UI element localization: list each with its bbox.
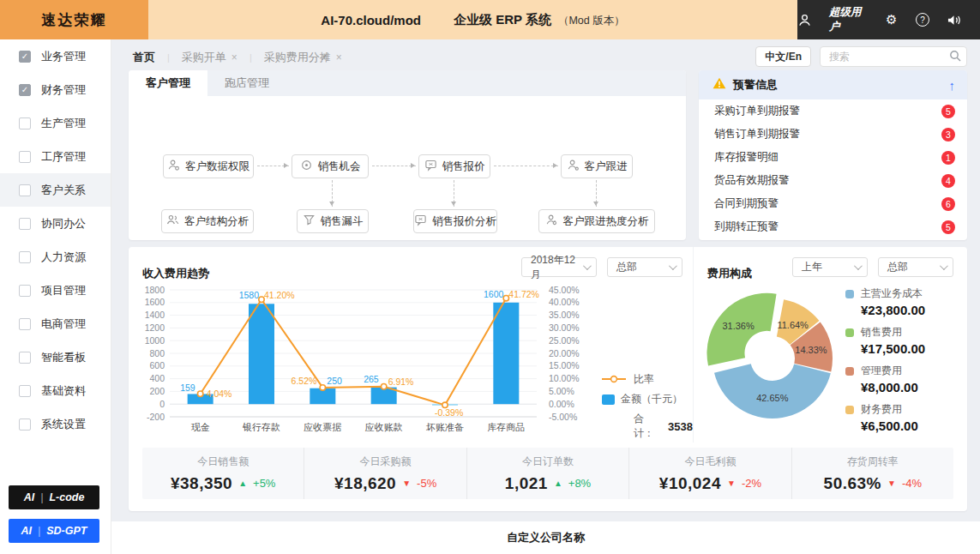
ai-sdgpt-badge[interactable]: AI | SD-GPT	[9, 519, 99, 543]
sidebar-item[interactable]: 生产管理	[0, 106, 111, 140]
checkbox-icon[interactable]	[19, 184, 31, 196]
checkbox-icon[interactable]: ✓	[19, 51, 31, 63]
donut-legend-name-row: 财务费用	[845, 402, 925, 417]
badge-divider: |	[40, 491, 43, 503]
separator: |	[167, 52, 170, 63]
svg-text:坏账准备: 坏账准备	[425, 422, 464, 432]
user-icon[interactable]	[797, 12, 812, 27]
donut-legend-name-row: 主营业务成本	[845, 286, 925, 301]
svg-text:1600: 1600	[145, 297, 165, 307]
donut-legend-item: 销售费用¥17,500.00	[845, 325, 925, 356]
workflow-node[interactable]: 客户跟进	[561, 154, 633, 178]
help-icon[interactable]: ?	[916, 12, 929, 27]
sidebar-item[interactable]: 工序管理	[0, 140, 111, 173]
settings-gear-icon[interactable]: ⚙	[885, 12, 899, 27]
alert-item[interactable]: 货品有效期报警4	[699, 169, 967, 192]
sidebar-item[interactable]: 智能看板	[0, 340, 111, 374]
checkbox-icon[interactable]	[19, 251, 31, 263]
stat-value: ¥38,350	[171, 474, 232, 493]
sidebar-item[interactable]: 人力资源	[0, 240, 111, 274]
org-select[interactable]: 总部	[607, 257, 682, 277]
org-select[interactable]: 总部	[878, 257, 953, 277]
sidebar-item[interactable]: 项目管理	[0, 274, 111, 307]
breadcrumb-tab[interactable]: 首页	[133, 50, 155, 65]
sidebar-item[interactable]: 系统设置	[0, 407, 111, 441]
sidebar-item-label: 工序管理	[41, 149, 86, 165]
search-icon[interactable]	[949, 50, 961, 65]
period-select[interactable]: 2018年12月	[521, 257, 597, 277]
workflow-node[interactable]: 销售机会	[292, 154, 369, 178]
sidebar-item[interactable]: 客户关系	[0, 173, 111, 207]
svg-text:20.00%: 20.00%	[549, 348, 580, 358]
workflow-tab[interactable]: 客户管理	[129, 70, 207, 96]
donut-legend-name-row: 管理费用	[845, 364, 925, 378]
svg-text:600: 600	[149, 360, 165, 370]
stat-value: ¥18,620	[334, 474, 396, 493]
stat-label: 今日销售额	[197, 455, 249, 469]
stat-value-row: 1,021▲+8%	[505, 474, 591, 493]
checkbox-icon[interactable]	[19, 218, 31, 230]
svg-text:4.04%: 4.04%	[207, 388, 232, 399]
sidebar-item-label: 人力资源	[41, 250, 86, 265]
line-marker-icon	[602, 374, 628, 386]
main-area: 首页|采购开单×|采购费用分摊× 中文/En 客户管理跑店管理 客户数据权限销售…	[111, 39, 980, 554]
sidebar-item[interactable]: 协同办公	[0, 207, 111, 240]
ai-lcode-badge[interactable]: AI | L-code	[9, 485, 99, 509]
checkbox-icon[interactable]	[19, 419, 31, 431]
collapse-up-icon[interactable]: ↑	[949, 78, 956, 93]
checkbox-icon[interactable]	[19, 151, 31, 163]
sound-icon[interactable]	[947, 12, 961, 27]
current-user[interactable]: 超级用户	[829, 5, 868, 34]
workflow-node[interactable]: 客户数据权限	[163, 154, 254, 178]
checkbox-icon[interactable]	[19, 117, 31, 129]
sidebar-item-label: 电商管理	[41, 316, 86, 332]
sidebar-item[interactable]: ✓财务管理	[0, 73, 111, 106]
svg-text:银行存款: 银行存款	[242, 422, 280, 432]
language-toggle-button[interactable]: 中文/En	[755, 46, 811, 67]
donut-legend-label: 管理费用	[861, 364, 902, 378]
workflow-node[interactable]: 客户跟进热度分析	[538, 209, 655, 233]
alert-item[interactable]: 到期转正预警5	[699, 215, 967, 238]
workflow-node[interactable]: 销售报价分析	[413, 209, 497, 233]
app-logo[interactable]: 速达荣耀	[0, 0, 148, 39]
alert-item[interactable]: 库存报警明细1	[699, 146, 967, 169]
workflow-node[interactable]: 销售漏斗	[297, 209, 369, 233]
alert-count-badge: 5	[941, 220, 955, 234]
checkbox-icon[interactable]	[19, 285, 31, 297]
breadcrumb-tab[interactable]: 采购开单×	[182, 50, 237, 65]
donut-legend-label: 财务费用	[861, 402, 902, 417]
stat-delta: -4%	[902, 477, 922, 490]
flow-connector-arrow	[332, 180, 333, 207]
checkbox-icon[interactable]	[19, 318, 31, 330]
alert-item[interactable]: 采购订单到期报警5	[699, 99, 967, 123]
alert-item[interactable]: 销售订单到期报警3	[699, 123, 967, 146]
legend-label: 比率	[634, 372, 654, 387]
checkbox-icon[interactable]: ✓	[19, 84, 31, 96]
svg-text:250: 250	[327, 376, 342, 386]
checkbox-icon[interactable]	[19, 385, 31, 397]
close-icon[interactable]: ×	[336, 51, 342, 63]
svg-text:1400: 1400	[145, 310, 165, 320]
alert-card: 预警信息 ↑ 采购订单到期报警5销售订单到期报警3库存报警明细1货品有效期报警4…	[699, 70, 967, 240]
sidebar-item[interactable]: 基础资料	[0, 374, 111, 407]
workflow-node[interactable]: 客户结构分析	[161, 209, 254, 233]
alert-item-label: 库存报警明细	[714, 150, 941, 165]
checkbox-icon[interactable]	[19, 352, 31, 364]
breadcrumb-tab[interactable]: 采购费用分摊×	[264, 50, 342, 65]
svg-text:1000: 1000	[145, 335, 165, 346]
close-icon[interactable]: ×	[231, 51, 237, 63]
workflow-node-label: 客户跟进	[585, 160, 628, 174]
search-input[interactable]	[820, 46, 967, 67]
workflow-node[interactable]: 销售报价	[418, 154, 490, 178]
badge-prefix: AI	[21, 525, 33, 537]
sidebar-item[interactable]: 电商管理	[0, 307, 111, 340]
funnel-icon	[303, 214, 316, 229]
stat-value: 50.63%	[824, 474, 881, 493]
legend-dot-icon	[845, 290, 854, 298]
system-title-group: 企业级 ERP 系统 （Mod 版本）	[454, 12, 625, 28]
sidebar-item[interactable]: ✓业务管理	[0, 39, 111, 73]
workflow-tab[interactable]: 跑店管理	[207, 70, 286, 96]
chevron-down-icon	[940, 262, 948, 270]
brand-band: AI-70.cloud/mod 企业级 ERP 系统 （Mod 版本）	[148, 0, 797, 39]
alert-item[interactable]: 合同到期预警6	[699, 192, 967, 215]
